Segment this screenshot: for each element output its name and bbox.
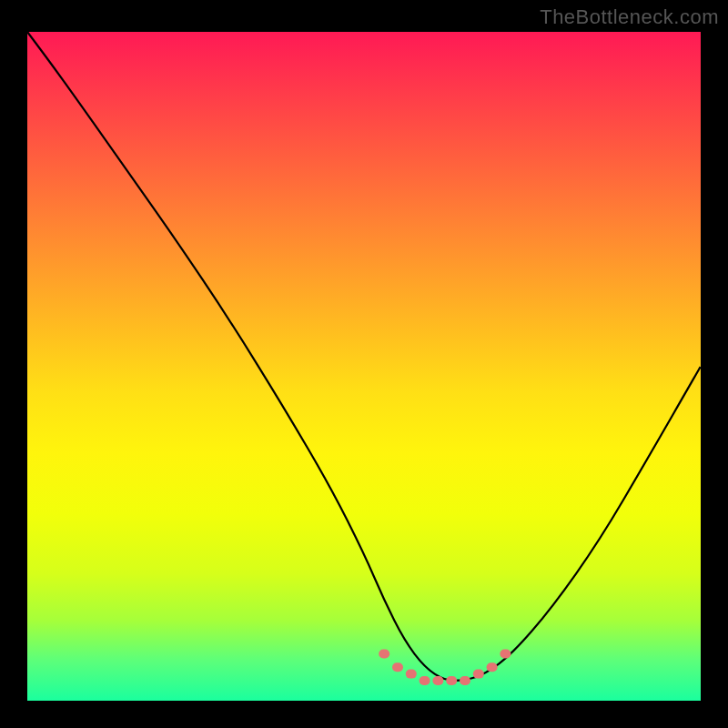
- marker-dot: [460, 676, 470, 685]
- marker-dot: [392, 662, 403, 672]
- plot-area: [27, 32, 701, 701]
- marker-dot: [487, 662, 498, 672]
- marker-dot: [432, 676, 443, 685]
- marker-dot: [473, 670, 484, 679]
- chart-container: TheBottleneck.com: [0, 0, 728, 728]
- watermark-text: TheBottleneck.com: [540, 5, 719, 29]
- curve-svg: [27, 32, 701, 701]
- marker-dot: [500, 650, 511, 659]
- bottleneck-curve: [27, 32, 701, 681]
- marker-dot: [420, 676, 430, 685]
- marker-dot: [379, 650, 389, 659]
- marker-dot: [446, 676, 457, 685]
- marker-dot: [406, 670, 417, 679]
